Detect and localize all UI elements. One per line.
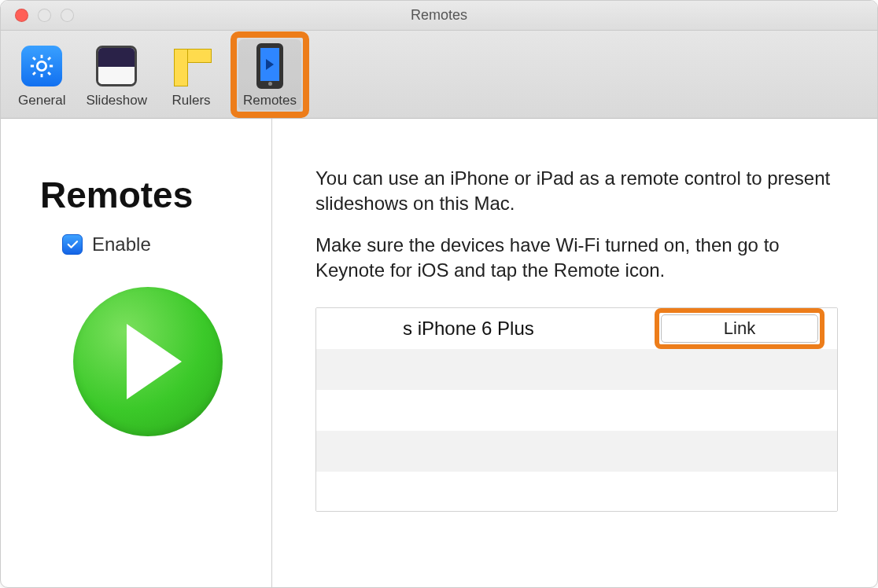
titlebar: Remotes (1, 1, 877, 31)
remotes-main-panel: You can use an iPhone or iPad as a remot… (272, 119, 877, 587)
enable-label: Enable (92, 233, 151, 255)
tab-label: General (18, 93, 65, 108)
enable-checkbox[interactable] (62, 234, 83, 255)
checkmark-icon (65, 237, 79, 252)
slideshow-icon (96, 46, 137, 86)
tab-label: Slideshow (86, 93, 147, 108)
enable-remotes-option[interactable]: Enable (62, 233, 256, 255)
phone-remote-icon (256, 43, 283, 89)
tab-general[interactable]: General (13, 39, 70, 110)
remotes-sidebar: Remotes Enable (1, 119, 272, 587)
device-row-empty (316, 349, 837, 390)
tab-label: Rulers (172, 93, 210, 108)
description-line-1: You can use an iPhone or iPad as a remot… (315, 166, 838, 217)
window-title: Remotes (1, 7, 877, 24)
device-row[interactable]: s iPhone 6 Plus Link (316, 308, 837, 349)
preferences-window: Remotes General Slideshow (0, 0, 878, 588)
link-button-highlight: Link (655, 308, 825, 349)
description-line-2: Make sure the devices have Wi-Fi turned … (315, 233, 838, 284)
device-row-empty (316, 472, 837, 512)
device-row-empty (316, 431, 837, 472)
gear-icon (21, 46, 62, 86)
content-area: Remotes Enable You can use an iPhone or … (1, 119, 877, 587)
tab-slideshow[interactable]: Slideshow (81, 39, 152, 110)
play-button[interactable] (73, 287, 223, 436)
device-name: s iPhone 6 Plus (332, 318, 655, 340)
svg-point-0 (38, 61, 46, 70)
device-row-empty (316, 390, 837, 431)
sidebar-heading: Remotes (40, 174, 256, 216)
ruler-icon (171, 46, 212, 86)
preferences-toolbar: General Slideshow Rulers (1, 31, 877, 119)
play-icon (127, 324, 182, 399)
tab-remotes[interactable]: Remotes (238, 39, 301, 110)
link-device-button[interactable]: Link (661, 314, 818, 343)
tab-rulers[interactable]: Rulers (163, 39, 220, 110)
tab-remotes-highlight: Remotes (231, 31, 309, 118)
devices-list: s iPhone 6 Plus Link (315, 307, 838, 512)
tab-label: Remotes (243, 93, 297, 108)
